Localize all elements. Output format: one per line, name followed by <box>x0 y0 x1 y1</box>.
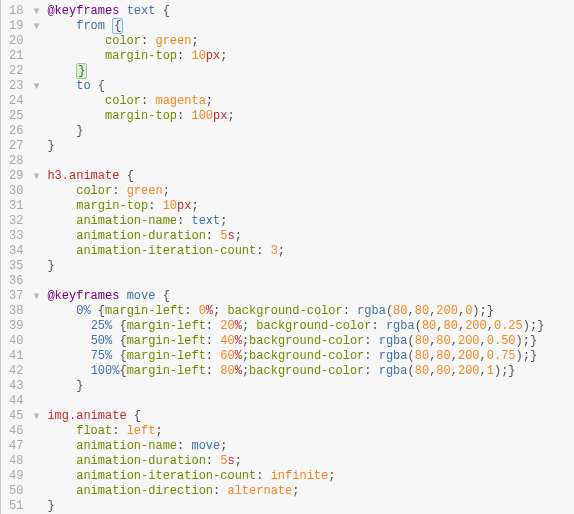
token: text <box>127 4 156 18</box>
code-line[interactable]: 100%{margin-left: 80%;background-color: … <box>47 364 574 379</box>
token: .animate <box>62 169 120 183</box>
token: ; <box>227 109 234 123</box>
token: } <box>508 364 515 378</box>
code-line[interactable]: animation-iteration-count: infinite; <box>47 469 574 484</box>
code-line[interactable]: } <box>47 64 574 79</box>
token: : <box>206 229 213 243</box>
code-line[interactable]: } <box>47 124 574 139</box>
code-line[interactable]: 75% {margin-left: 60%;background-color: … <box>47 349 574 364</box>
token: { <box>98 304 105 318</box>
fold-marker[interactable]: ▼ <box>29 289 43 304</box>
token: animation-direction <box>76 484 213 498</box>
line-number: 20 <box>9 34 23 49</box>
code-line[interactable]: 25% {margin-left: 20%; background-color:… <box>47 319 574 334</box>
code-line[interactable]: animation-direction: alternate; <box>47 484 574 499</box>
token: } <box>76 124 83 138</box>
code-line[interactable]: } <box>47 139 574 154</box>
code-line[interactable]: to { <box>47 79 574 94</box>
token: ( <box>408 349 415 363</box>
token: ; <box>220 439 227 453</box>
code-line[interactable]: animation-iteration-count: 3; <box>47 244 574 259</box>
code-line[interactable]: } <box>47 379 574 394</box>
line-number: 45 <box>9 409 23 424</box>
fold-marker[interactable]: ▼ <box>29 4 43 19</box>
token: ( <box>408 334 415 348</box>
token: : <box>177 439 184 453</box>
token: 200 <box>458 349 480 363</box>
code-line[interactable] <box>47 274 574 289</box>
code-line[interactable]: margin-top: 10px; <box>47 49 574 64</box>
token: 200 <box>436 304 458 318</box>
token: 20 <box>220 319 234 333</box>
code-line[interactable]: 0% {margin-left: 0%; background-color: r… <box>47 304 574 319</box>
token: } <box>47 499 54 513</box>
code-line[interactable]: @keyframes text { <box>47 4 574 19</box>
fold-marker <box>29 139 43 154</box>
fold-marker[interactable]: ▼ <box>29 169 43 184</box>
token: ; <box>206 94 213 108</box>
code-line[interactable]: color: magenta; <box>47 94 574 109</box>
code-area[interactable]: @keyframes text { from { color: green; m… <box>43 0 574 514</box>
code-line[interactable]: animation-name: text; <box>47 214 574 229</box>
line-number: 39 <box>9 319 23 334</box>
code-line[interactable]: animation-name: move; <box>47 439 574 454</box>
code-line[interactable]: animation-duration: 5s; <box>47 454 574 469</box>
fold-marker[interactable]: ▼ <box>29 79 43 94</box>
token: : <box>112 424 119 438</box>
token: ; <box>242 334 249 348</box>
token: } <box>530 334 537 348</box>
token: % <box>235 334 242 348</box>
code-line[interactable]: @keyframes move { <box>47 289 574 304</box>
token: % <box>235 319 242 333</box>
code-line[interactable]: float: left; <box>47 424 574 439</box>
token: color <box>76 184 112 198</box>
code-line[interactable]: h3.animate { <box>47 169 574 184</box>
token: ) <box>516 334 523 348</box>
token: 100% <box>91 364 120 378</box>
code-line[interactable]: color: green; <box>47 184 574 199</box>
fold-gutter: ▼▼▼▼▼▼ <box>29 0 43 514</box>
token: ; <box>213 304 220 318</box>
token: margin-left <box>105 304 184 318</box>
token: 60 <box>220 349 234 363</box>
token: : <box>206 364 213 378</box>
token: } <box>76 379 83 393</box>
token: , <box>451 349 458 363</box>
token: , <box>480 364 487 378</box>
fold-marker[interactable]: ▼ <box>29 19 43 34</box>
fold-marker <box>29 94 43 109</box>
code-line[interactable]: } <box>47 259 574 274</box>
code-line[interactable] <box>47 154 574 169</box>
code-line[interactable]: animation-duration: 5s; <box>47 229 574 244</box>
token: h3 <box>47 169 61 183</box>
token: ; <box>163 184 170 198</box>
code-line[interactable]: from { <box>47 19 574 34</box>
token: 100 <box>191 109 213 123</box>
token: } <box>47 139 54 153</box>
line-number: 24 <box>9 94 23 109</box>
code-line[interactable] <box>47 394 574 409</box>
code-line[interactable]: color: green; <box>47 34 574 49</box>
code-line[interactable]: margin-top: 100px; <box>47 109 574 124</box>
fold-marker <box>29 274 43 289</box>
token: : <box>177 49 184 63</box>
line-number: 19 <box>9 19 23 34</box>
token: move <box>191 439 220 453</box>
fold-marker[interactable]: ▼ <box>29 409 43 424</box>
line-number: 36 <box>9 274 23 289</box>
code-line[interactable]: 50% {margin-left: 40%;background-color: … <box>47 334 574 349</box>
code-line[interactable]: } <box>47 499 574 514</box>
line-number-gutter: 1819202122232425262728293031323334353637… <box>1 0 29 514</box>
line-number: 37 <box>9 289 23 304</box>
line-number: 30 <box>9 184 23 199</box>
token: animation-iteration-count <box>76 469 256 483</box>
token: ) <box>472 304 479 318</box>
token: 75% <box>91 349 113 363</box>
line-number: 28 <box>9 154 23 169</box>
fold-marker <box>29 259 43 274</box>
line-number: 43 <box>9 379 23 394</box>
code-line[interactable]: margin-top: 10px; <box>47 199 574 214</box>
code-line[interactable]: img.animate { <box>47 409 574 424</box>
token: 3 <box>271 244 278 258</box>
token: rgba <box>379 349 408 363</box>
